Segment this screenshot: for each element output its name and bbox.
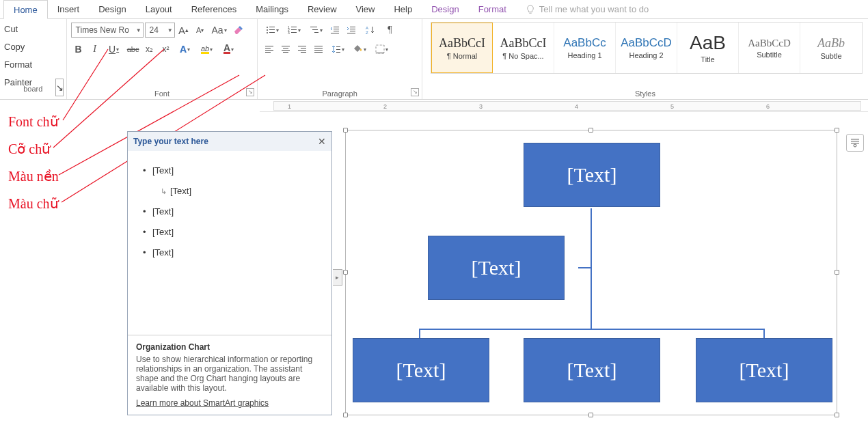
tab-smartart-format[interactable]: Format (469, 0, 516, 19)
svg-rect-41 (336, 46, 340, 47)
connector (578, 267, 591, 268)
numbering-button[interactable]: 123▾ (284, 23, 304, 38)
text-pane-item[interactable]: [Text] (170, 181, 325, 202)
underline-button[interactable]: U▾ (104, 42, 124, 57)
horizontal-ruler[interactable]: 1 2 3 4 5 6 (260, 100, 868, 112)
style-no-spacing[interactable]: AaBbCcI¶ No Spac... (493, 23, 554, 73)
resize-handle[interactable] (343, 128, 348, 133)
increase-indent-button[interactable] (344, 23, 359, 38)
superscript-button[interactable]: x² (159, 42, 174, 57)
styles-gallery[interactable]: AaBbCcI¶ Normal AaBbCcI¶ No Spac... AaBb… (431, 22, 863, 74)
shrink-font-button[interactable]: A▾ (193, 23, 208, 38)
align-right-button[interactable] (295, 42, 310, 57)
resize-handle[interactable] (835, 413, 839, 417)
tab-insert[interactable]: Insert (48, 0, 90, 19)
paragraph-dialog-launcher[interactable]: ↘ (411, 88, 419, 96)
font-name-combo[interactable]: Times New Ro▼ (71, 23, 144, 38)
shading-button[interactable]: ▾ (349, 42, 370, 57)
org-node-root[interactable]: [Text] (524, 143, 660, 207)
format-painter-button[interactable]: Format Painter (4, 56, 62, 74)
style-normal[interactable]: AaBbCcI¶ Normal (431, 23, 493, 73)
style-subtle[interactable]: AaBbSubtle (800, 23, 862, 73)
font-color-button[interactable]: A▾ (219, 42, 239, 57)
change-case-button[interactable]: Aa▾ (209, 23, 230, 38)
ruler-mark: 3 (479, 103, 483, 110)
subscript-button[interactable]: x₂ (142, 42, 157, 57)
smartart-canvas[interactable]: [Text] [Text] [Text] [Text] [Text] (345, 130, 837, 415)
svg-rect-18 (331, 33, 339, 33)
strikethrough-button[interactable]: abc (126, 42, 141, 57)
resize-handle[interactable] (343, 413, 348, 417)
text-effects-button[interactable]: A▾ (175, 42, 195, 57)
annotation-color: Màu chữ (8, 195, 59, 212)
sort-button[interactable]: AZ (360, 23, 381, 38)
close-icon[interactable]: ✕ (318, 136, 326, 147)
font-dialog-launcher[interactable]: ↘ (246, 88, 254, 96)
bold-button[interactable]: B (71, 42, 86, 57)
italic-button[interactable]: I (87, 42, 103, 57)
org-node-child[interactable]: [Text] (696, 338, 832, 402)
tab-design[interactable]: Design (89, 0, 135, 19)
grow-font-button[interactable]: A▴ (176, 23, 191, 38)
tab-references[interactable]: References (182, 0, 246, 19)
tab-view[interactable]: View (347, 0, 385, 19)
align-left-button[interactable] (262, 42, 277, 57)
svg-rect-12 (310, 27, 317, 27)
multilevel-list-button[interactable]: ▾ (306, 23, 326, 38)
style-title[interactable]: AaBTitle (677, 23, 739, 73)
tab-help[interactable]: Help (384, 0, 422, 19)
svg-rect-34 (301, 48, 306, 49)
text-pane-item[interactable]: [Text] (152, 243, 325, 263)
font-size-combo[interactable]: 24▼ (145, 23, 175, 38)
highlight-color-button[interactable]: ab▾ (197, 42, 217, 57)
svg-rect-1 (269, 27, 275, 27)
text-pane-body[interactable]: [Text] [Text] [Text] [Text] [Text] (128, 151, 331, 335)
svg-rect-3 (269, 29, 275, 30)
svg-rect-27 (265, 50, 273, 51)
svg-rect-9 (291, 29, 297, 30)
ribbon-tabs: Home Insert Design Layout References Mai… (0, 0, 868, 19)
align-center-button[interactable] (278, 42, 293, 57)
copy-button[interactable]: Copy (4, 38, 62, 56)
show-marks-button[interactable]: ¶ (382, 23, 397, 38)
tab-home[interactable]: Home (3, 0, 48, 19)
text-pane-item[interactable]: [Text] (152, 161, 325, 181)
resize-handle[interactable] (835, 128, 839, 133)
org-node-assistant[interactable]: [Text] (428, 236, 565, 300)
resize-handle[interactable] (588, 413, 593, 417)
line-spacing-button[interactable]: ▾ (327, 42, 348, 57)
connector (591, 208, 592, 329)
text-pane-toggle[interactable]: ▸ (333, 269, 342, 286)
clear-formatting-button[interactable] (231, 23, 246, 38)
resize-handle[interactable] (343, 270, 348, 275)
tab-smartart-design[interactable]: Design (422, 0, 468, 19)
clipboard-dialog-launcher[interactable]: ↘ (55, 79, 64, 96)
style-heading1[interactable]: AaBbCcHeading 1 (554, 23, 616, 73)
borders-button[interactable]: ▾ (371, 42, 392, 57)
tab-review[interactable]: Review (298, 0, 347, 19)
svg-rect-33 (298, 46, 306, 46)
svg-rect-40 (314, 52, 323, 53)
justify-button[interactable] (311, 42, 326, 57)
decrease-indent-button[interactable] (327, 23, 342, 38)
tell-me-search[interactable]: Tell me what you want to do (526, 4, 649, 14)
svg-rect-44 (376, 45, 384, 53)
ruler-mark: 6 (766, 103, 770, 110)
style-heading2[interactable]: AaBbCcDHeading 2 (616, 23, 677, 73)
style-subtitle[interactable]: AaBbCcDSubtitle (739, 23, 800, 73)
layout-options-button[interactable] (846, 134, 864, 152)
cut-button[interactable]: Cut (4, 20, 62, 38)
text-pane-item[interactable]: [Text] (152, 222, 325, 243)
svg-point-2 (267, 29, 268, 31)
learn-more-link[interactable]: Learn more about SmartArt graphics (136, 398, 269, 408)
resize-handle[interactable] (835, 270, 839, 275)
svg-rect-28 (265, 52, 271, 53)
org-node-child[interactable]: [Text] (353, 338, 489, 402)
tell-me-placeholder: Tell me what you want to do (539, 4, 649, 14)
text-pane-item[interactable]: [Text] (152, 202, 325, 222)
resize-handle[interactable] (588, 128, 593, 133)
org-node-child[interactable]: [Text] (524, 338, 660, 402)
tab-mailings[interactable]: Mailings (246, 0, 298, 19)
bullets-button[interactable]: ▾ (262, 23, 282, 38)
tab-layout[interactable]: Layout (136, 0, 182, 19)
